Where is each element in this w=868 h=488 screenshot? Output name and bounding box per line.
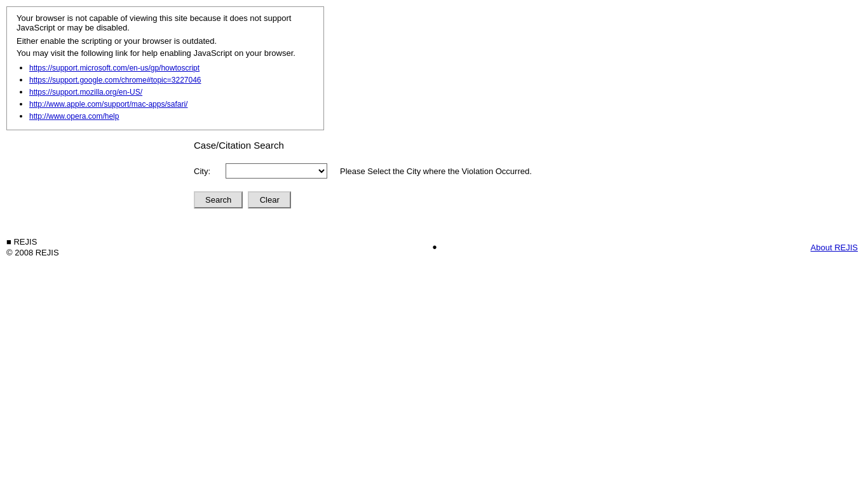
- page-title: Case/Citation Search: [194, 140, 532, 151]
- footer-logo: ■ REJIS: [6, 237, 37, 247]
- city-label: City:: [194, 166, 219, 176]
- footer-right: About REJIS: [811, 243, 858, 252]
- footer-left: ■ REJIS © 2008 REJIS: [6, 237, 59, 257]
- about-rejis-link[interactable]: About REJIS: [811, 243, 858, 252]
- city-row: City: Please Select the City where the V…: [194, 163, 532, 179]
- logo-bracket-icon: ■: [6, 237, 11, 247]
- footer: ■ REJIS © 2008 REJIS • About REJIS: [6, 234, 858, 257]
- list-item: http://www.opera.com/help: [29, 111, 314, 121]
- city-hint: Please Select the City where the Violati…: [340, 166, 532, 176]
- clear-button[interactable]: Clear: [248, 191, 291, 208]
- opera-link[interactable]: http://www.opera.com/help: [29, 112, 119, 121]
- mozilla-link[interactable]: https://support.mozilla.org/en-US/: [29, 88, 142, 97]
- list-item: https://support.google.com/chrome#topic=…: [29, 75, 314, 85]
- button-row: Search Clear: [194, 191, 532, 208]
- list-item: http://www.apple.com/support/mac-apps/sa…: [29, 99, 314, 109]
- main-content: Case/Citation Search City: Please Select…: [0, 137, 868, 227]
- search-button[interactable]: Search: [194, 191, 243, 208]
- microsoft-link[interactable]: https://support.microsoft.com/en-us/gp/h…: [29, 64, 200, 72]
- help-links-list: https://support.microsoft.com/en-us/gp/h…: [29, 63, 314, 121]
- warning-line3: Either enable the scripting or your brow…: [17, 36, 314, 46]
- list-item: https://support.mozilla.org/en-US/: [29, 87, 314, 97]
- list-item: https://support.microsoft.com/en-us/gp/h…: [29, 63, 314, 72]
- apple-link[interactable]: http://www.apple.com/support/mac-apps/sa…: [29, 100, 187, 109]
- city-select[interactable]: [226, 163, 327, 179]
- google-link[interactable]: https://support.google.com/chrome#topic=…: [29, 76, 201, 85]
- footer-bullet: •: [433, 240, 437, 255]
- browser-warning-box: Your browser is not capable of viewing t…: [6, 6, 324, 130]
- footer-copyright: © 2008 REJIS: [6, 248, 59, 257]
- warning-line4: You may visit the following link for hel…: [17, 48, 314, 58]
- form-section: Case/Citation Search City: Please Select…: [194, 140, 532, 227]
- warning-line1: Your browser is not capable of viewing t…: [17, 13, 314, 32]
